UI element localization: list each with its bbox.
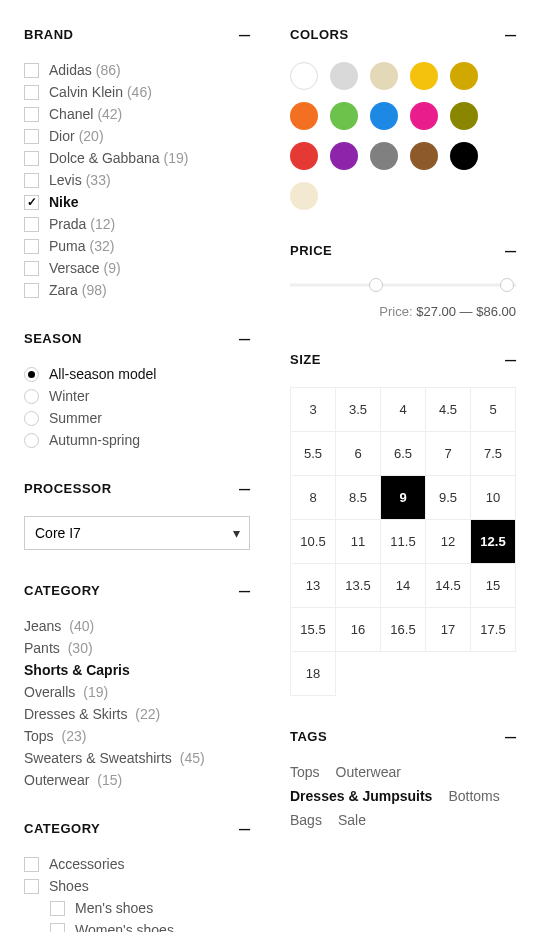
brand-item[interactable]: Prada (12) bbox=[24, 216, 250, 232]
season-item[interactable]: Winter bbox=[24, 388, 250, 404]
color-swatch[interactable] bbox=[410, 62, 438, 90]
size-cell[interactable]: 10.5 bbox=[291, 520, 336, 564]
tag[interactable]: Outerwear bbox=[336, 764, 401, 780]
season-item[interactable]: Summer bbox=[24, 410, 250, 426]
size-cell[interactable]: 11.5 bbox=[381, 520, 426, 564]
category-item[interactable]: Pants (30) bbox=[24, 640, 250, 656]
brand-item[interactable]: Dior (20) bbox=[24, 128, 250, 144]
color-swatch[interactable] bbox=[290, 62, 318, 90]
size-cell[interactable]: 16 bbox=[336, 608, 381, 652]
brand-item[interactable]: Dolce & Gabbana (19) bbox=[24, 150, 250, 166]
price-slider[interactable] bbox=[290, 278, 516, 292]
color-swatch[interactable] bbox=[370, 62, 398, 90]
category-item[interactable]: Outerwear (15) bbox=[24, 772, 250, 788]
size-cell[interactable]: 15 bbox=[471, 564, 516, 608]
size-cell[interactable]: 8 bbox=[291, 476, 336, 520]
checkbox-icon[interactable] bbox=[24, 857, 39, 872]
size-cell[interactable]: 3 bbox=[291, 388, 336, 432]
checkbox-icon[interactable] bbox=[50, 923, 65, 933]
season-collapse-icon[interactable]: – bbox=[239, 328, 250, 348]
size-cell[interactable]: 14.5 bbox=[426, 564, 471, 608]
category1-collapse-icon[interactable]: – bbox=[239, 580, 250, 600]
brand-item[interactable]: Adidas (86) bbox=[24, 62, 250, 78]
size-cell[interactable]: 10 bbox=[471, 476, 516, 520]
checkbox-icon[interactable] bbox=[24, 879, 39, 894]
checkbox-icon[interactable] bbox=[24, 283, 39, 298]
processor-select[interactable]: Core I7 bbox=[24, 516, 250, 550]
size-cell[interactable]: 8.5 bbox=[336, 476, 381, 520]
radio-icon[interactable] bbox=[24, 433, 39, 448]
color-swatch[interactable] bbox=[450, 102, 478, 130]
checkbox-icon[interactable] bbox=[24, 239, 39, 254]
size-cell[interactable]: 18 bbox=[291, 652, 336, 696]
size-cell[interactable]: 12 bbox=[426, 520, 471, 564]
price-slider-min-knob[interactable] bbox=[369, 278, 383, 292]
tag[interactable]: Tops bbox=[290, 764, 320, 780]
checkbox-icon[interactable] bbox=[24, 151, 39, 166]
price-slider-max-knob[interactable] bbox=[500, 278, 514, 292]
tag[interactable]: Dresses & Jumpsuits bbox=[290, 788, 432, 804]
checkbox-icon[interactable] bbox=[24, 217, 39, 232]
size-cell[interactable]: 12.5 bbox=[471, 520, 516, 564]
checkbox-icon[interactable] bbox=[24, 129, 39, 144]
color-swatch[interactable] bbox=[370, 142, 398, 170]
colors-collapse-icon[interactable]: – bbox=[505, 24, 516, 44]
radio-icon[interactable] bbox=[24, 367, 39, 382]
brand-item[interactable]: Nike bbox=[24, 194, 250, 210]
size-cell[interactable]: 3.5 bbox=[336, 388, 381, 432]
size-cell[interactable]: 7.5 bbox=[471, 432, 516, 476]
color-swatch[interactable] bbox=[290, 102, 318, 130]
season-item[interactable]: All-season model bbox=[24, 366, 250, 382]
color-swatch[interactable] bbox=[370, 102, 398, 130]
tag[interactable]: Bottoms bbox=[448, 788, 499, 804]
tag[interactable]: Bags bbox=[290, 812, 322, 828]
color-swatch[interactable] bbox=[330, 142, 358, 170]
category-tree-item[interactable]: Shoes bbox=[24, 878, 250, 894]
category-item[interactable]: Dresses & Skirts (22) bbox=[24, 706, 250, 722]
size-cell[interactable]: 9 bbox=[381, 476, 426, 520]
category-item[interactable]: Overalls (19) bbox=[24, 684, 250, 700]
size-cell[interactable]: 17 bbox=[426, 608, 471, 652]
size-cell[interactable]: 17.5 bbox=[471, 608, 516, 652]
category-tree-item[interactable]: Accessories bbox=[24, 856, 250, 872]
color-swatch[interactable] bbox=[410, 102, 438, 130]
size-cell[interactable]: 9.5 bbox=[426, 476, 471, 520]
size-cell[interactable]: 15.5 bbox=[291, 608, 336, 652]
brand-item[interactable]: Calvin Klein (46) bbox=[24, 84, 250, 100]
size-cell[interactable]: 13.5 bbox=[336, 564, 381, 608]
checkbox-icon[interactable] bbox=[24, 261, 39, 276]
color-swatch[interactable] bbox=[290, 182, 318, 210]
size-cell[interactable]: 16.5 bbox=[381, 608, 426, 652]
color-swatch[interactable] bbox=[330, 102, 358, 130]
size-cell[interactable]: 5.5 bbox=[291, 432, 336, 476]
category2-collapse-icon[interactable]: – bbox=[239, 818, 250, 838]
tags-collapse-icon[interactable]: – bbox=[505, 726, 516, 746]
category-tree-child[interactable]: Women's shoes bbox=[50, 922, 250, 932]
radio-icon[interactable] bbox=[24, 389, 39, 404]
checkbox-icon[interactable] bbox=[24, 107, 39, 122]
season-item[interactable]: Autumn-spring bbox=[24, 432, 250, 448]
checkbox-icon[interactable] bbox=[50, 901, 65, 916]
checkbox-icon[interactable] bbox=[24, 195, 39, 210]
brand-collapse-icon[interactable]: – bbox=[239, 24, 250, 44]
brand-item[interactable]: Versace (9) bbox=[24, 260, 250, 276]
price-collapse-icon[interactable]: – bbox=[505, 240, 516, 260]
size-cell[interactable]: 4 bbox=[381, 388, 426, 432]
brand-item[interactable]: Puma (32) bbox=[24, 238, 250, 254]
brand-item[interactable]: Zara (98) bbox=[24, 282, 250, 298]
tag[interactable]: Sale bbox=[338, 812, 366, 828]
color-swatch[interactable] bbox=[410, 142, 438, 170]
size-cell[interactable]: 13 bbox=[291, 564, 336, 608]
size-collapse-icon[interactable]: – bbox=[505, 349, 516, 369]
color-swatch[interactable] bbox=[450, 142, 478, 170]
category-item[interactable]: Shorts & Capris bbox=[24, 662, 250, 678]
processor-collapse-icon[interactable]: – bbox=[239, 478, 250, 498]
size-cell[interactable]: 6 bbox=[336, 432, 381, 476]
size-cell[interactable]: 4.5 bbox=[426, 388, 471, 432]
color-swatch[interactable] bbox=[290, 142, 318, 170]
size-cell[interactable]: 11 bbox=[336, 520, 381, 564]
color-swatch[interactable] bbox=[450, 62, 478, 90]
category-item[interactable]: Jeans (40) bbox=[24, 618, 250, 634]
color-swatch[interactable] bbox=[330, 62, 358, 90]
size-cell[interactable]: 6.5 bbox=[381, 432, 426, 476]
